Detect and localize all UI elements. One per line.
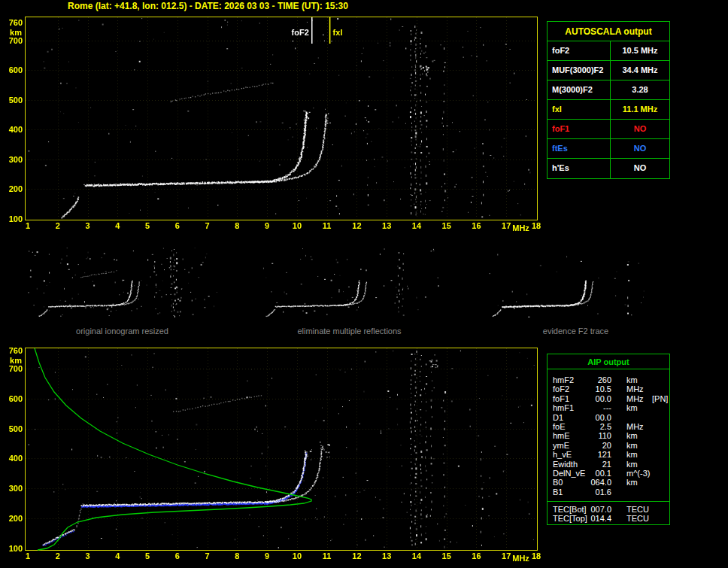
autoscala-row-m3000f2: M(3000)F2 3.28: [548, 80, 669, 100]
aip-row-extra: [649, 460, 669, 469]
aip-row-value: 007.0: [586, 505, 611, 514]
thumbnail-caption-eliminate: eliminate multiple reflections: [253, 327, 445, 336]
aip-row-yme: ymE20km: [553, 441, 669, 450]
autoscala-row-fof1: foF1 NO: [548, 120, 669, 139]
aip-row-unit: km: [611, 375, 649, 384]
aip-row-value: 10.5: [586, 384, 611, 393]
aip-row-fof1: foF100.0MHz[PN]: [553, 394, 669, 403]
aip-row-extra: [649, 450, 669, 459]
aip-row-label: TEC[Top]: [553, 514, 586, 523]
aip-row-label: Ewidth: [553, 460, 586, 469]
aip-row-label: h_vE: [553, 450, 586, 459]
autoscala-row-label: foF2: [548, 41, 611, 60]
aip-row-unit: MHz: [611, 394, 649, 403]
thumbnail-caption-evidence: evidence F2 trace: [480, 327, 672, 336]
aip-row-extra: [649, 384, 669, 393]
aip-row-label: B1: [553, 488, 586, 497]
aip-row-label: DelN_vE: [553, 469, 586, 478]
aip-row-b0: B0064.0km: [553, 478, 669, 487]
aip-row-extra: [649, 403, 669, 412]
aip-row-unit: [611, 488, 649, 497]
autoscala-row-value: NO: [611, 120, 669, 138]
aip-row-unit: TECU: [611, 505, 649, 514]
autoscala-row-fof2: foF2 10.5 MHz: [548, 41, 669, 61]
aip-row-ewidth: Ewidth21km: [553, 460, 669, 469]
aip-row-unit: TECU: [611, 514, 649, 523]
aip-row-value: 20: [586, 441, 611, 450]
autoscala-row-value: 34.4 MHz: [611, 61, 669, 80]
aip-row-extra: [649, 413, 669, 422]
autoscala-row-hes: h'Es NO: [548, 159, 669, 178]
aip-row-unit: km: [611, 450, 649, 459]
aip-row-value: 014.4: [586, 514, 611, 523]
aip-row-label: ymE: [553, 441, 586, 450]
autoscala-row-value: NO: [611, 139, 669, 158]
autoscala-row-label: MUF(3000)F2: [548, 61, 611, 80]
aip-row-label: TEC[Bot]: [553, 505, 586, 514]
autoscala-panel-title: AUTOSCALA output: [548, 22, 669, 41]
aip-row-extra: [649, 514, 669, 523]
aip-row-value: 121: [586, 450, 611, 459]
aip-row-value: 00.1: [586, 469, 611, 478]
ionogram-app-screen: Rome (lat: +41.8, lon: 012.5) - DATE: 20…: [0, 0, 728, 568]
aip-row-label: B0: [553, 478, 586, 487]
aip-row-value: 01.6: [586, 488, 611, 497]
aip-row-extra: [649, 431, 669, 440]
autoscala-row-label: foF1: [548, 120, 611, 138]
aip-row-value: 00.0: [586, 394, 611, 403]
thumbnail-caption-original: original ionogram resized: [26, 327, 218, 336]
autoscala-row-label: fxl: [548, 100, 611, 119]
autoscala-row-label: ftEs: [548, 139, 611, 158]
top-ionogram-plot: [0, 0, 544, 238]
aip-row-unit: m^(-3): [611, 469, 649, 478]
autoscala-row-muf3000f2: MUF(3000)F2 34.4 MHz: [548, 61, 669, 80]
aip-row-value: 064.0: [586, 478, 611, 487]
aip-row-unit: MHz: [611, 422, 649, 431]
aip-row-extra: [649, 488, 669, 497]
autoscala-row-value: 11.1 MHz: [611, 100, 669, 119]
thumbnail-original-ionogram: [26, 246, 218, 319]
aip-row-hve: h_vE121km: [553, 450, 669, 459]
aip-row-extra: [649, 505, 669, 514]
aip-row-d1: D100.0: [553, 413, 669, 422]
thumbnail-eliminate-reflections: [253, 246, 445, 319]
aip-row-extra: [PN]: [649, 394, 669, 403]
aip-row-tec-top: TEC[Top]014.4TECU: [553, 514, 669, 523]
aip-row-label: hmF2: [553, 375, 586, 384]
autoscala-output-panel: AUTOSCALA output foF2 10.5 MHz MUF(3000)…: [547, 21, 670, 179]
aip-row-extra: [649, 441, 669, 450]
aip-row-b1: B101.6: [553, 488, 669, 497]
aip-row-fof2: foF210.5MHz: [553, 384, 669, 393]
aip-row-unit: km: [611, 441, 649, 450]
autoscala-row-value: 3.28: [611, 80, 669, 99]
aip-row-extra: [649, 478, 669, 487]
autoscala-row-value: 10.5 MHz: [611, 41, 669, 60]
aip-row-label: hmF1: [553, 403, 586, 412]
thumbnail-evidence-f2-trace: [480, 246, 672, 319]
bottom-ionogram-plot: [0, 339, 544, 568]
aip-row-label: foE: [553, 422, 586, 431]
aip-row-tec-bot: TEC[Bot]007.0TECU: [553, 505, 669, 514]
aip-row-label: foF2: [553, 384, 586, 393]
autoscala-row-label: h'Es: [548, 159, 611, 178]
aip-row-unit: km: [611, 478, 649, 487]
aip-row-unit: km: [611, 403, 649, 412]
aip-row-delnve: DelN_vE00.1m^(-3): [553, 469, 669, 478]
aip-row-unit: MHz: [611, 384, 649, 393]
aip-rows: hmF2260km foF210.5MHz foF100.0MHz[PN] hm…: [548, 369, 669, 497]
aip-row-hme: hmE110km: [553, 431, 669, 440]
aip-row-unit: [611, 413, 649, 422]
aip-row-foe: foE2.5MHz: [553, 422, 669, 431]
aip-row-label: foF1: [553, 394, 586, 403]
autoscala-row-fxl: fxl 11.1 MHz: [548, 100, 669, 120]
aip-row-value: 21: [586, 460, 611, 469]
aip-row-value: 2.5: [586, 422, 611, 431]
aip-row-value: 260: [586, 375, 611, 384]
aip-row-value: 110: [586, 431, 611, 440]
aip-row-label: D1: [553, 413, 586, 422]
aip-row-hmf1: hmF1---km: [553, 403, 669, 412]
autoscala-row-value: NO: [611, 159, 669, 178]
aip-row-hmf2: hmF2260km: [553, 375, 669, 384]
aip-tec-section: TEC[Bot]007.0TECU TEC[Top]014.4TECU: [548, 501, 669, 524]
aip-row-extra: [649, 375, 669, 384]
